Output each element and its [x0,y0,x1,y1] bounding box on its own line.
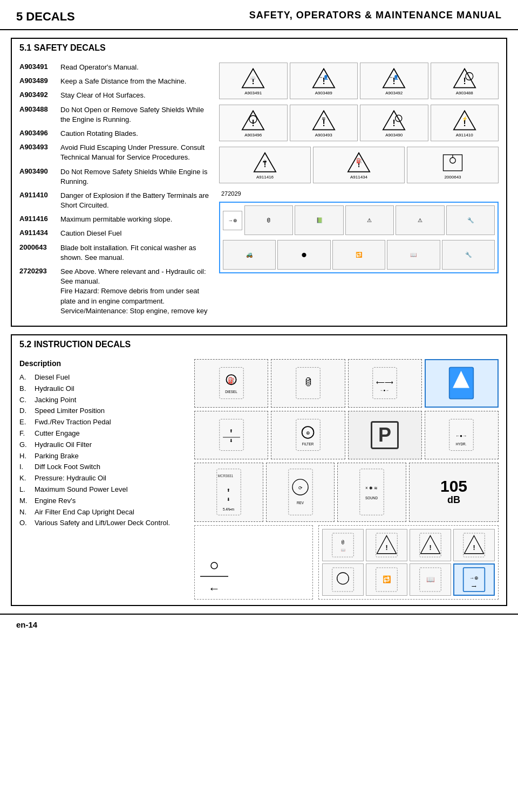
svg-text:📖: 📖 [341,548,345,552]
svg-text:🛢: 🛢 [340,540,345,545]
page-footer: en-14 [0,614,518,635]
ibox-105db: 105 dB [409,463,499,522]
decal-img-A903490: ! A903490 [360,105,428,141]
desc-text-C: Jacking Point [35,395,76,406]
svg-point-68 [211,562,217,569]
panel-img-3: ⚠ [345,205,394,235]
footer-page-label: en-14 [16,620,37,629]
svg-rect-45 [219,419,243,451]
svg-text:⊕: ⊕ [305,431,310,436]
desc-item-I: I. Diff Lock Foot Switch [19,462,187,473]
svg-text:MCR3831: MCR3831 [217,474,233,478]
ibox-arrow-up [425,359,499,408]
decal-code-11: 2000643 [19,243,57,263]
decal-desc-4: Do Not Open or Remove Safety Shields Whi… [60,105,214,125]
desc-text-G: Hydraulic Oil Filter [35,439,92,451]
decal-img-A911410: ! ⚡ A911410 [431,105,499,141]
svg-rect-65 [360,469,384,515]
decal-desc-7: Do Not Remove Safety Shields While Engin… [60,167,214,187]
desc-item-K: K. Pressure: Hydraulic Oil [19,473,187,484]
decal-code-6: A903493 [19,143,57,162]
decal-row-4: A903488 Do Not Open or Remove Safety Shi… [19,105,214,125]
sub-ibox-6: 🔁 [366,563,407,596]
instr-row-mid: ⬆ ⬇ ⊕ FILTER P [194,411,499,459]
decal-img-A911416: ! ⛰ A911416 [219,147,311,183]
sub-ibox-3: ! [410,529,451,561]
svg-text:⬇: ⬇ [229,439,233,444]
decal-row-6: A903493 Avoid Fluid Escaping Under Press… [19,143,214,162]
decal-image-row-1: ! 📖 A903491 ! ↔👤 A903489 [219,63,499,99]
section-51-title: 5.1 SAFETY DECALS [12,39,506,57]
sub-panels: ← 🛢 📖 [194,525,499,600]
decal-img-A903492: ! ↔👤 A903492 [360,63,428,99]
parking-P-symbol: P [371,421,399,449]
panel-img-1: 🛢 [244,205,293,235]
desc-item-C: C. Jacking Point [19,395,187,406]
desc-text-M: Engine Rev's [35,496,76,507]
svg-text:↔👤: ↔👤 [389,74,399,79]
sub-ibox-2: ! [366,529,407,561]
svg-rect-61 [288,469,312,515]
desc-text-K: Pressure: Hydraulic Oil [35,473,106,484]
manual-title: SAFETY, OPERATORS & MAINTENANCE MANUAL [249,10,502,21]
decal-desc-6: Avoid Fluid Escaping Under Pressure. Con… [60,143,214,162]
ibox-CD: ⟵⟶ ←●→ [348,359,422,408]
decal-desc-10: Caution Diesel Fuel [60,229,121,238]
decal-code-9: A911416 [19,215,57,224]
desc-text-H: Parking Brake [35,451,79,462]
decal-desc-8: Danger of Explosion if the Battery Termi… [60,191,214,210]
desc-item-F: F. Cutter Engage [19,428,187,439]
safety-decals-images: ! 📖 A903491 ! ↔👤 A903489 [219,63,499,320]
decal-desc-3: Stay Clear of Hot Surfaces. [60,91,146,100]
decal-row-7: A903490 Do Not Remove Safety Shields Whi… [19,167,214,187]
instruction-images-panel: ⛽ DIESEL 🛢 ⟵⟶ ←●→ [194,359,499,600]
decal-img-A903488: ! A903488 [431,63,499,99]
svg-text:FILTER: FILTER [302,442,314,446]
arrow-left-panel: ← [198,555,230,596]
desc-item-E: E. Fwd./Rev Traction Pedal [19,417,187,428]
decal-row-1: A903491 Read Operator's Manual. [19,63,214,72]
decal-code-2: A903489 [19,77,57,86]
svg-text:×  ✱  ≋: × ✱ ≋ [365,486,378,491]
instr-row-bot: MCR3831 ⬆ ⬇ 5.4N•m ⟳ REV [194,463,499,522]
decal-code-5: A903496 [19,129,57,139]
decal-img-A911434: ! ⛽ A911434 [313,147,405,183]
panel-img-7: ⬤ [277,240,330,270]
svg-text:REV: REV [297,501,304,505]
desc-letter-D: D. [19,405,30,417]
decal-code-7: A903490 [19,167,57,187]
svg-text:→⊕: →⊕ [469,575,479,581]
panel-img-6: 🚜 [223,240,276,270]
instr-row-top: ⛽ DIESEL 🛢 ⟵⟶ ←●→ [194,359,499,408]
desc-text-F: Cutter Engage [35,428,80,439]
svg-text:📖: 📖 [250,74,256,80]
desc-text-A: Diesel Fuel [35,372,70,383]
svg-rect-70 [332,533,354,557]
svg-point-83 [337,573,349,584]
ibox-H-parking: P [348,411,422,459]
ibox-B: 🛢 [271,359,345,408]
panel-272029-right-icon: →⊕ [223,211,242,230]
panel-img-8: 🔁 [332,240,385,270]
decal-row-3: A903492 Stay Clear of Hot Surfaces. [19,91,214,100]
desc-item-L: L. Maximum Sound Power Level [19,484,187,496]
desc-letter-L: L. [19,484,30,496]
svg-text:SOUND: SOUND [365,497,378,500]
sub-panel-right: 🛢 📖 ! [318,525,499,600]
instruction-desc-panel: Description A. Diesel Fuel B. Hydraulic … [19,359,187,600]
desc-letter-G: G. [19,439,30,451]
ibox-N-engine: ⟳ REV [266,463,335,522]
desc-letter-N: N. [19,507,30,518]
desc-text-I: Diff Lock Foot Switch [35,462,100,473]
decal-desc-2: Keep a Safe Distance from the Machine. [60,77,186,86]
svg-text:📖: 📖 [426,575,435,584]
page-header: 5 DECALS SAFETY, OPERATORS & MAINTENANCE… [0,0,518,30]
decal-img-2000643: 2000643 [407,147,499,183]
decal-code-4: A903488 [19,105,57,125]
desc-text-E: Fwd./Rev Traction Pedal [35,417,111,428]
desc-text-N: Air Filter End Cap Upright Decal [35,507,134,518]
page-container: 5 DECALS SAFETY, OPERATORS & MAINTENANCE… [0,0,518,635]
decal-row-12: 2720293 See Above. Where relevant and - … [19,267,214,316]
svg-text:≋: ≋ [322,116,326,121]
svg-text:⛰: ⛰ [263,159,267,163]
